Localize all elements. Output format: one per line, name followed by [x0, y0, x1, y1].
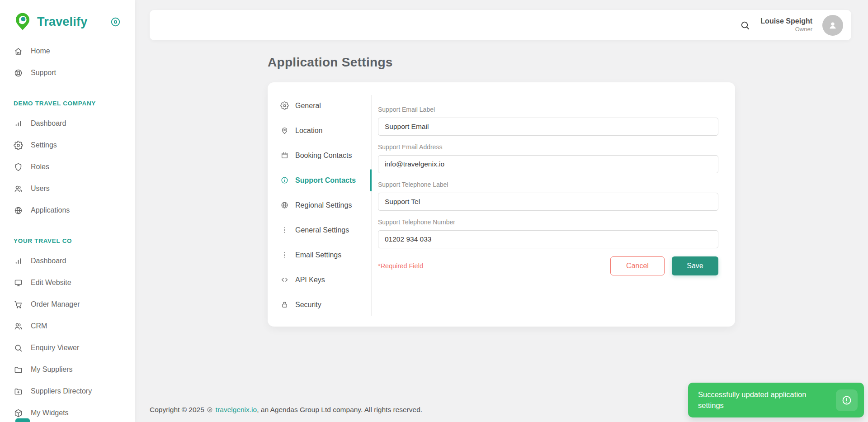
sidebar-item-applications[interactable]: Applications — [0, 199, 135, 221]
cart-icon — [14, 300, 23, 309]
globe-icon — [14, 206, 23, 215]
lifebuoy-icon — [14, 68, 23, 78]
user-role: Owner — [760, 26, 812, 33]
toast-success: Successfully updated application setting… — [688, 383, 864, 417]
sidebar-item-dashboard[interactable]: Dashboard — [0, 113, 135, 134]
map-pin-icon — [280, 126, 289, 135]
sidebar-item-settings[interactable]: Settings — [0, 134, 135, 156]
users-icon — [14, 184, 23, 194]
sidebar-item-crm[interactable]: CRM — [0, 315, 135, 337]
globe-icon — [280, 201, 289, 209]
sidebar-item-roles[interactable]: Roles — [0, 156, 135, 178]
save-button[interactable]: Save — [672, 256, 718, 275]
tab-booking-contacts[interactable]: Booking Contacts — [280, 143, 372, 168]
field-support-telephone-label: Support Telephone Label — [378, 181, 718, 211]
toast-message: Successfully updated application setting… — [698, 389, 825, 411]
user-meta: Louise Speight Owner — [760, 17, 812, 33]
sidebar-active-item-peek — [15, 418, 30, 422]
calendar-icon — [280, 151, 289, 160]
home-icon — [14, 47, 23, 56]
folder-plus-icon — [14, 387, 23, 396]
gear-icon — [280, 101, 289, 110]
sidebar-nav: Home Support DEMO TRAVEL COMPANY Dashboa… — [0, 40, 135, 422]
package-icon — [14, 408, 23, 418]
tab-general[interactable]: General — [280, 93, 372, 118]
tab-location[interactable]: Location — [280, 118, 372, 143]
logo-row: Travelify — [0, 0, 135, 32]
footer-copyright: Copyright © 2025travelgenix.io, an Agend… — [150, 406, 422, 414]
application-settings-card: General Location Booking Contacts Suppor… — [268, 82, 735, 327]
sidebar-collapse-icon[interactable] — [110, 16, 121, 28]
input-support-email-label[interactable] — [378, 118, 718, 136]
sidebar-item-my-suppliers[interactable]: My Suppliers — [0, 359, 135, 380]
sidebar-item-suppliers-directory[interactable]: Suppliers Directory — [0, 380, 135, 402]
monitor-icon — [14, 278, 23, 288]
tab-api-keys[interactable]: API Keys — [280, 267, 372, 292]
sidebar-section-your-travel-co: YOUR TRAVEL CO — [0, 234, 135, 247]
sidebar-item-order-manager[interactable]: Order Manager — [0, 294, 135, 315]
copyright-text: Copyright © 2025 — [150, 406, 204, 413]
settings-tabs: General Location Booking Contacts Suppor… — [268, 82, 372, 327]
users-icon — [14, 322, 23, 331]
input-support-telephone-label[interactable] — [378, 193, 718, 211]
support-contacts-form: Support Email Label Support Email Addres… — [372, 82, 735, 327]
dots-icon — [280, 226, 289, 234]
copyright-suffix: , an Agendas Group Ltd company. All righ… — [257, 406, 422, 413]
info-icon — [280, 176, 289, 185]
person-icon — [827, 19, 839, 31]
form-actions: *Required Field Cancel Save — [378, 256, 718, 275]
sidebar-item-users[interactable]: Users — [0, 178, 135, 199]
main-content: Louise Speight Owner Application Setting… — [135, 0, 868, 422]
user-name: Louise Speight — [760, 17, 812, 26]
sidebar-section-demo-travel-company: DEMO TRAVEL COMPANY — [0, 96, 135, 110]
travelgenix-link[interactable]: travelgenix.io — [216, 406, 257, 413]
sidebar: Travelify Home Support DEMO TRAVEL COMPA… — [0, 0, 135, 422]
field-support-telephone-number: Support Telephone Number — [378, 218, 718, 248]
bar-chart-icon — [14, 119, 23, 128]
gear-icon — [14, 141, 23, 150]
tab-regional-settings[interactable]: Regional Settings — [280, 193, 372, 218]
folder-icon — [14, 365, 23, 375]
tab-support-contacts[interactable]: Support Contacts — [280, 168, 372, 193]
tab-general-settings[interactable]: General Settings — [280, 218, 372, 242]
shield-icon — [14, 162, 23, 172]
tab-email-settings[interactable]: Email Settings — [280, 242, 372, 267]
sidebar-item-dashboard[interactable]: Dashboard — [0, 250, 135, 272]
sidebar-item-enquiry-viewer[interactable]: Enquiry Viewer — [0, 337, 135, 359]
input-support-email-address[interactable] — [378, 155, 718, 173]
travelgenix-pin-icon — [207, 407, 213, 413]
alert-icon[interactable] — [836, 389, 858, 411]
code-icon — [280, 275, 289, 284]
field-support-email-label: Support Email Label — [378, 106, 718, 136]
dots-icon — [280, 251, 289, 259]
topbar: Louise Speight Owner — [150, 10, 851, 40]
sidebar-item-support[interactable]: Support — [0, 62, 135, 84]
bar-chart-icon — [14, 256, 23, 266]
cancel-button[interactable]: Cancel — [610, 256, 665, 275]
input-support-telephone-number[interactable] — [378, 230, 718, 248]
search-icon[interactable] — [740, 20, 750, 31]
sidebar-item-edit-website[interactable]: Edit Website — [0, 272, 135, 294]
avatar[interactable] — [822, 15, 843, 36]
tab-security[interactable]: Security — [280, 292, 372, 317]
required-field-note: *Required Field — [378, 262, 423, 270]
sidebar-item-home[interactable]: Home — [0, 40, 135, 62]
brand-name: Travelify — [37, 15, 87, 29]
page-title: Application Settings — [268, 55, 393, 70]
travelify-logo-icon — [14, 12, 32, 32]
lock-icon — [280, 300, 289, 309]
field-support-email-address: Support Email Address — [378, 143, 718, 173]
search-icon — [14, 343, 23, 353]
